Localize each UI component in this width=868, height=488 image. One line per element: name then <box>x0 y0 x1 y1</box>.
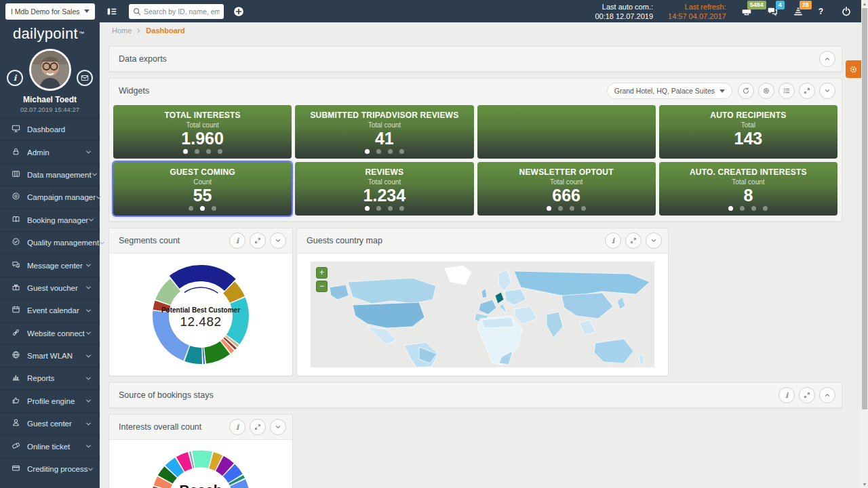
messages-button[interactable]: 4 <box>767 6 778 17</box>
carousel-dot[interactable] <box>183 149 188 154</box>
sidebar-item-reports[interactable]: Reports <box>0 367 100 389</box>
carousel-dot[interactable] <box>399 206 404 211</box>
collapse-button[interactable] <box>270 232 286 249</box>
carousel-dot[interactable] <box>728 206 733 211</box>
carousel-dot[interactable] <box>365 149 370 154</box>
sidebar-item-smart-wlan[interactable]: Smart WLAN <box>0 344 100 367</box>
avatar[interactable] <box>29 49 71 91</box>
widget-card-newsletter-optout[interactable]: NEWSLETTER OPTOUT Total count 666 <box>477 162 656 216</box>
sidebar-item-guest-voucher[interactable]: Guest voucher <box>0 277 100 299</box>
carousel-dots[interactable] <box>295 206 473 211</box>
carousel-dots[interactable] <box>659 206 837 211</box>
profile-info-button[interactable]: i <box>7 70 23 86</box>
world-map[interactable]: + − <box>311 262 654 367</box>
expand-button[interactable] <box>625 232 642 249</box>
sidebar-item-online-ticket[interactable]: Online ticket <box>0 434 100 457</box>
org-selector[interactable]: I Mdb Demo for Sales <box>5 3 95 20</box>
sidebar-item-dashboard[interactable]: Dashboard <box>0 118 100 140</box>
expand-button[interactable] <box>250 232 266 249</box>
breadcrumb: Home Dashboard <box>100 22 861 39</box>
carousel-dot[interactable] <box>399 149 404 154</box>
collapse-button[interactable] <box>819 387 835 403</box>
expand-button[interactable] <box>799 387 815 403</box>
carousel-dot[interactable] <box>206 149 211 154</box>
expand-button[interactable] <box>799 83 815 99</box>
carousel-dot[interactable] <box>365 206 370 211</box>
floating-settings-button[interactable] <box>846 60 861 78</box>
info-button[interactable]: i <box>229 419 245 435</box>
hotel-scope-selector[interactable]: Grand Hotel, HQ, Palace Suites <box>607 83 732 99</box>
info-button[interactable]: i <box>229 232 245 249</box>
refresh-button[interactable] <box>738 83 754 99</box>
sidebar-item-website-connect[interactable]: Website connect <box>0 322 100 344</box>
collapse-button[interactable] <box>646 232 662 249</box>
carousel-dot[interactable] <box>376 206 381 211</box>
widget-card-auto-recipients[interactable]: AUTO RECIPIENTS Total 143 <box>659 105 837 159</box>
breadcrumb-current[interactable]: Dashboard <box>146 26 184 35</box>
carousel-dot[interactable] <box>740 206 745 211</box>
sidebar-item-crediting-process[interactable]: Crediting process <box>0 458 100 480</box>
widget-card-guest-coming[interactable]: GUEST COMING Count 55 <box>113 162 292 216</box>
carousel-dot[interactable] <box>212 206 216 211</box>
carousel-dot[interactable] <box>388 149 393 154</box>
chevron-down-icon <box>84 9 90 13</box>
list-view-button[interactable] <box>778 83 795 99</box>
sidebar-item-admin[interactable]: Admin <box>0 140 100 163</box>
help-button[interactable]: ? <box>818 7 823 16</box>
sidebar-item-data-management[interactable]: Data management <box>0 163 100 186</box>
scrollbar-thumb[interactable] <box>862 8 867 409</box>
carousel-dot[interactable] <box>195 149 199 154</box>
search-input[interactable] <box>144 7 220 16</box>
widget-card-auto-created-interests[interactable]: AUTO. CREATED INTERESTS Total count 8 <box>659 162 837 216</box>
sidebar-item-booking-manager[interactable]: Booking manager <box>0 209 100 231</box>
collapse-button[interactable] <box>819 83 835 99</box>
info-button[interactable]: i <box>605 232 621 249</box>
carousel-dots[interactable] <box>113 149 292 154</box>
scroll-down-icon[interactable]: ▼ <box>861 482 868 487</box>
power-icon[interactable] <box>841 6 852 17</box>
carousel-dots[interactable] <box>477 206 656 211</box>
widget-card-empty[interactable] <box>477 105 656 159</box>
carousel-dot[interactable] <box>200 206 205 211</box>
carousel-dot[interactable] <box>570 206 574 211</box>
collapse-button[interactable] <box>819 51 835 67</box>
bullseye-icon <box>12 191 20 203</box>
add-button[interactable] <box>233 6 244 17</box>
carousel-dot[interactable] <box>218 149 222 154</box>
sidebar-item-guest-center[interactable]: Guest center <box>0 412 100 434</box>
carousel-dot[interactable] <box>547 206 551 211</box>
map-zoom-in-button[interactable]: + <box>316 267 328 279</box>
carousel-dot[interactable] <box>581 206 586 211</box>
collapse-button[interactable] <box>270 419 286 435</box>
map-zoom-out-button[interactable]: − <box>316 281 328 292</box>
bar-chart-icon <box>12 372 20 384</box>
sidebar-item-message-center[interactable]: Message center <box>0 253 100 276</box>
sidebar-item-campaign-manager[interactable]: Campaign manager <box>0 186 100 208</box>
sidebar-item-event-calendar[interactable]: Event calendar <box>0 299 100 321</box>
carousel-dot[interactable] <box>189 206 193 211</box>
carousel-dots[interactable] <box>113 206 292 211</box>
sidebar-item-quality-management[interactable]: Quality management <box>0 231 100 253</box>
world-map-svg <box>311 262 654 367</box>
page-scrollbar[interactable]: ▲ ▼ <box>861 0 868 488</box>
info-button[interactable]: i <box>778 387 795 403</box>
carousel-dot[interactable] <box>751 206 756 211</box>
sidebar-toggle-icon[interactable] <box>106 6 117 17</box>
expand-button[interactable] <box>250 419 266 435</box>
carousel-dots[interactable] <box>295 149 473 154</box>
carousel-dot[interactable] <box>376 149 381 154</box>
widget-card-total-interests[interactable]: TOTAL INTERESTS Total count 1.960 <box>113 105 292 159</box>
widget-card-reviews[interactable]: REVIEWS Total count 1.234 <box>295 162 473 216</box>
sidebar-item-profile-engine[interactable]: Profile engine <box>0 390 100 412</box>
carousel-dot[interactable] <box>763 206 768 211</box>
settings-button[interactable] <box>758 83 774 99</box>
profile-mail-button[interactable] <box>77 70 93 86</box>
task-queue-button[interactable]: 28 <box>793 6 804 17</box>
content: Data exports Widgets Grand Hotel, HQ, Pa… <box>100 39 861 488</box>
carousel-dot[interactable] <box>388 206 393 211</box>
export-queue-button[interactable]: 5484 <box>741 6 752 17</box>
widget-card-submitted-tripadvisor-reviews[interactable]: SUBMITTED TRIPADVISOR REVIEWS Total coun… <box>295 105 473 159</box>
carousel-dot[interactable] <box>558 206 563 211</box>
scroll-up-icon[interactable]: ▲ <box>861 1 868 6</box>
breadcrumb-home[interactable]: Home <box>112 26 132 35</box>
